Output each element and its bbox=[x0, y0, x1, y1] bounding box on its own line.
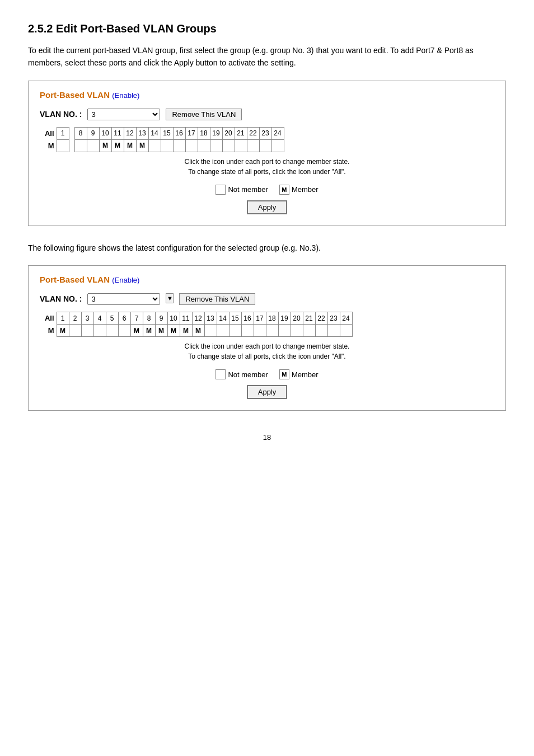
legend-1: Not member M Member bbox=[40, 185, 494, 195]
ports-table-2: All 1 2 3 4 5 6 7 8 9 10 11 12 13 14 15 … bbox=[40, 312, 353, 337]
port-member-12-p1[interactable]: M bbox=[124, 139, 136, 152]
p2-member-13[interactable] bbox=[204, 325, 217, 337]
p2-member-9[interactable]: M bbox=[155, 325, 167, 337]
intro-paragraph: To edit the current port-based VLAN grou… bbox=[28, 44, 506, 69]
port-member-9-p1[interactable] bbox=[87, 139, 99, 152]
port-member-22-p1[interactable] bbox=[247, 139, 259, 152]
panel-2: Port-Based VLAN (Enable) VLAN NO. : 3 ▼ … bbox=[28, 265, 506, 411]
m-label-2[interactable]: M bbox=[40, 325, 57, 337]
vlan-select-2[interactable]: 3 bbox=[87, 293, 160, 305]
panel-1-title: Port-Based VLAN (Enable) bbox=[40, 90, 494, 100]
p2-member-22[interactable] bbox=[315, 325, 327, 337]
page-number: 18 bbox=[28, 433, 506, 442]
p2-port-15: 15 bbox=[229, 312, 241, 325]
apply-row-2: Apply bbox=[40, 385, 494, 399]
between-paragraph: The following figure shows the latest co… bbox=[28, 242, 506, 254]
p2-member-12[interactable]: M bbox=[192, 325, 204, 337]
hint-text-1: Click the icon under each port to change… bbox=[40, 157, 494, 177]
port-member-23-p1[interactable] bbox=[259, 139, 271, 152]
port-member-20-p1[interactable] bbox=[222, 139, 235, 152]
port-num-11: 11 bbox=[111, 127, 124, 139]
ports-section-1: All 1 8 9 10 11 12 13 14 15 16 17 18 19 … bbox=[40, 127, 494, 214]
port-num-1-p1: 1 bbox=[57, 127, 69, 139]
p2-port-4: 4 bbox=[93, 312, 106, 325]
port-num-21: 21 bbox=[235, 127, 247, 139]
not-member-box-1 bbox=[216, 185, 226, 195]
panel-1-enable-link[interactable]: (Enable) bbox=[112, 91, 139, 100]
p2-member-16[interactable] bbox=[241, 325, 254, 337]
section-heading: 2.5.2 Edit Port-Based VLAN Groups bbox=[28, 22, 506, 35]
port-member-19-p1[interactable] bbox=[210, 139, 222, 152]
m-label-1[interactable]: M bbox=[40, 139, 57, 152]
p2-member-21[interactable] bbox=[303, 325, 315, 337]
p2-member-4[interactable] bbox=[93, 325, 106, 337]
port-member-8-p1[interactable] bbox=[74, 139, 87, 152]
port-num-17: 17 bbox=[185, 127, 198, 139]
p2-member-3[interactable] bbox=[81, 325, 93, 337]
port-member-24-p1[interactable] bbox=[271, 139, 284, 152]
p2-port-14: 14 bbox=[217, 312, 229, 325]
remove-vlan-button-2[interactable]: Remove This VLAN bbox=[179, 293, 255, 305]
not-member-box-2 bbox=[216, 369, 226, 379]
p2-member-20[interactable] bbox=[291, 325, 303, 337]
port-num-19: 19 bbox=[210, 127, 222, 139]
p2-port-24: 24 bbox=[340, 312, 352, 325]
legend-not-member-1: Not member bbox=[216, 185, 268, 195]
vlan-row-1: VLAN NO. : 3 Create New VLAN 1 2 Remove … bbox=[40, 109, 494, 120]
port-num-24: 24 bbox=[271, 127, 284, 139]
port-member-10-p1[interactable]: M bbox=[99, 139, 111, 152]
p2-port-17: 17 bbox=[254, 312, 266, 325]
vlan-label-1: VLAN NO. : bbox=[40, 109, 82, 119]
p2-member-11[interactable]: M bbox=[180, 325, 192, 337]
port-member-11-p1[interactable]: M bbox=[111, 139, 124, 152]
port-member-21-p1[interactable] bbox=[235, 139, 247, 152]
p2-member-24[interactable] bbox=[340, 325, 352, 337]
port-num-12: 12 bbox=[124, 127, 136, 139]
port-num-9: 9 bbox=[87, 127, 99, 139]
all-label-1[interactable]: All bbox=[40, 127, 57, 139]
p2-member-6[interactable] bbox=[118, 325, 130, 337]
p2-port-13: 13 bbox=[204, 312, 217, 325]
port-num-14: 14 bbox=[148, 127, 161, 139]
p2-member-5[interactable] bbox=[106, 325, 118, 337]
p2-member-8[interactable]: M bbox=[143, 325, 155, 337]
p2-member-15[interactable] bbox=[229, 325, 241, 337]
port-member-15-p1[interactable] bbox=[161, 139, 173, 152]
p2-member-14[interactable] bbox=[217, 325, 229, 337]
p2-port-16: 16 bbox=[241, 312, 254, 325]
all-label-2[interactable]: All bbox=[40, 312, 57, 325]
port-num-20: 20 bbox=[222, 127, 235, 139]
p2-member-19[interactable] bbox=[278, 325, 291, 337]
p2-member-7[interactable]: M bbox=[130, 325, 143, 337]
p2-member-17[interactable] bbox=[254, 325, 266, 337]
p2-port-19: 19 bbox=[278, 312, 291, 325]
legend-member-2: M Member bbox=[279, 369, 318, 379]
p2-member-10[interactable]: M bbox=[167, 325, 180, 337]
panel-1: Port-Based VLAN (Enable) VLAN NO. : 3 Cr… bbox=[28, 81, 506, 226]
p2-member-2[interactable] bbox=[69, 325, 81, 337]
port-member-17-p1[interactable] bbox=[185, 139, 198, 152]
port-member-1-p1[interactable] bbox=[57, 139, 69, 152]
p2-port-23: 23 bbox=[327, 312, 340, 325]
dropdown-arrow-2: ▼ bbox=[166, 293, 174, 303]
panel-1-title-portbased: Port-Based VLAN bbox=[40, 90, 110, 100]
p2-port-21: 21 bbox=[303, 312, 315, 325]
apply-button-2[interactable]: Apply bbox=[247, 385, 288, 399]
p2-port-18: 18 bbox=[266, 312, 278, 325]
vlan-label-2: VLAN NO. : bbox=[40, 293, 82, 303]
apply-button-1[interactable]: Apply bbox=[247, 200, 288, 214]
port-member-13-p1[interactable]: M bbox=[136, 139, 148, 152]
port-member-14-p1[interactable] bbox=[148, 139, 161, 152]
legend-2: Not member M Member bbox=[40, 369, 494, 379]
p2-member-1[interactable]: M bbox=[57, 325, 69, 337]
p2-member-18[interactable] bbox=[266, 325, 278, 337]
port-num-10: 10 bbox=[99, 127, 111, 139]
vlan-select-1[interactable]: 3 Create New VLAN 1 2 bbox=[87, 109, 160, 120]
port-member-18-p1[interactable] bbox=[198, 139, 210, 152]
port-member-16-p1[interactable] bbox=[173, 139, 185, 152]
p2-member-23[interactable] bbox=[327, 325, 340, 337]
panel-2-enable-link[interactable]: (Enable) bbox=[112, 276, 139, 284]
remove-vlan-button-1[interactable]: Remove This VLAN bbox=[166, 109, 242, 120]
p2-port-22: 22 bbox=[315, 312, 327, 325]
p2-port-9: 9 bbox=[155, 312, 167, 325]
